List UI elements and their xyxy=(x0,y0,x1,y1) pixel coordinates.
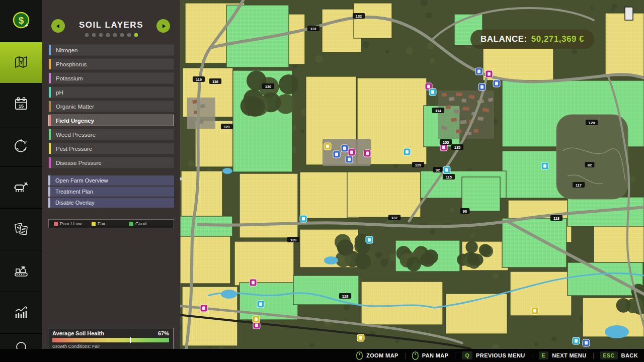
building xyxy=(454,110,460,113)
map-hotspot-icon[interactable] xyxy=(366,236,373,243)
field-number-label[interactable]: 117 xyxy=(573,182,585,188)
field-number-label[interactable]: 139 xyxy=(287,237,299,242)
map-hotspot-icon[interactable] xyxy=(443,166,450,173)
map-hotspot-icon[interactable] xyxy=(357,334,364,341)
action-label: Open Farm Overview xyxy=(55,177,108,184)
layer-color-bar xyxy=(49,45,51,55)
map-hotspot-icon[interactable] xyxy=(250,279,257,286)
map-hotspot-icon[interactable] xyxy=(348,149,355,156)
map-hotspot-icon[interactable] xyxy=(346,156,353,163)
map-field[interactable] xyxy=(239,173,298,238)
field-number-label[interactable]: 131 xyxy=(307,26,319,31)
map-hotspot-icon[interactable] xyxy=(486,70,493,77)
map-hotspot-icon[interactable] xyxy=(253,316,260,323)
field-number-label[interactable]: 82 xyxy=(585,162,595,167)
next-page-button[interactable] xyxy=(156,19,170,33)
map-hotspot-icon[interactable] xyxy=(324,143,331,150)
svg-text:130: 130 xyxy=(265,84,272,89)
map-hotspot-icon[interactable] xyxy=(333,151,340,158)
field-number-label[interactable]: 92 xyxy=(433,167,443,172)
mouse-zoom-icon xyxy=(356,351,363,360)
map-hotspot-icon[interactable] xyxy=(475,68,482,75)
layer-label: pH xyxy=(56,89,63,96)
map-hotspot-icon[interactable] xyxy=(429,88,436,96)
map-hotspot-icon[interactable] xyxy=(573,337,580,344)
sidebar-item-map[interactable] xyxy=(0,42,42,83)
sidebar-item-crop-rotation[interactable] xyxy=(0,125,42,167)
map-hotspot-icon[interactable] xyxy=(300,215,307,222)
soil-layer-row[interactable]: Pest Pressure xyxy=(48,143,174,154)
map-hotspot-icon[interactable] xyxy=(478,83,486,90)
map-field[interactable] xyxy=(180,235,230,284)
map-hotspot-icon[interactable] xyxy=(404,148,411,155)
map-canvas[interactable]: 1191161301311321211142551351299211512082… xyxy=(180,0,644,349)
map-hotspot-icon[interactable] xyxy=(493,80,500,87)
sidebar-item-calendar[interactable]: 15 xyxy=(0,83,42,125)
map-field[interactable] xyxy=(502,218,567,267)
field-number-label[interactable]: 116 xyxy=(209,78,221,84)
soil-layer-row[interactable]: Disease Pressure xyxy=(48,157,174,168)
field-number-label[interactable]: 128 xyxy=(339,293,351,299)
field-number-label[interactable]: 118 xyxy=(550,215,562,221)
action-button[interactable]: Treatment Plan xyxy=(48,187,174,197)
soil-layer-row[interactable]: pH xyxy=(48,86,174,98)
map-hotspot-icon[interactable] xyxy=(257,301,264,308)
map-field[interactable] xyxy=(234,241,294,286)
map-hotspot-icon[interactable] xyxy=(364,150,371,157)
building xyxy=(460,120,467,124)
map-field[interactable] xyxy=(293,276,359,305)
panel-collapse-arrow[interactable]: ▶ xyxy=(180,176,184,181)
action-button[interactable]: Disable Overlay xyxy=(48,198,174,208)
overview-map[interactable]: 1191161301311321211142551351299211512082… xyxy=(180,0,644,349)
building xyxy=(461,99,466,103)
soil-layer-row[interactable]: Potassium xyxy=(48,72,174,84)
map-field[interactable] xyxy=(483,48,553,80)
field-number-label[interactable]: 130 xyxy=(262,83,274,89)
tree xyxy=(611,8,615,12)
map-hotspot-icon[interactable] xyxy=(341,145,348,152)
field-number-label[interactable]: 119 xyxy=(193,76,205,82)
layer-label: Field Urgency xyxy=(56,118,94,124)
layer-label: Pest Pressure xyxy=(56,146,92,152)
field-number-label[interactable]: 115 xyxy=(443,174,455,179)
field-number-label[interactable]: 255 xyxy=(440,139,452,145)
field-number-label[interactable]: 120 xyxy=(586,120,598,125)
map-hotspot-icon[interactable] xyxy=(541,162,548,169)
legend: Poor / LowFairGood xyxy=(48,219,174,228)
sidebar-item-statistics[interactable] xyxy=(0,292,42,334)
field-number-label[interactable]: 90 xyxy=(460,208,470,214)
map-hotspot-icon[interactable] xyxy=(583,339,590,346)
map-hotspot-icon[interactable] xyxy=(531,307,538,314)
sidebar-item-contracts[interactable] xyxy=(0,209,42,250)
separator xyxy=(455,352,455,359)
soil-health-title: Average Soil Health xyxy=(52,330,104,336)
field-number-label[interactable]: 121 xyxy=(221,124,233,129)
soil-layer-row[interactable]: Field Urgency xyxy=(48,115,174,126)
sidebar-item-finances[interactable]: $ + xyxy=(0,0,42,42)
field-number-label[interactable]: 129 xyxy=(412,162,424,167)
soil-layer-row[interactable]: Organic Matter xyxy=(48,101,174,112)
action-button[interactable]: Open Farm Overview xyxy=(48,175,174,186)
key-hint-esc: ESC xyxy=(600,351,618,359)
soil-layer-row[interactable]: Nitrogen xyxy=(48,44,174,56)
soil-layer-row[interactable]: Phosphorus xyxy=(48,58,174,70)
village-pad xyxy=(438,90,494,139)
map-hotspot-icon[interactable] xyxy=(440,144,447,151)
sidebar-item-animals[interactable] xyxy=(0,167,42,209)
field-number-label[interactable]: 132 xyxy=(353,13,365,19)
map-field[interactable] xyxy=(462,177,500,211)
field-number-label[interactable]: 137 xyxy=(388,215,400,220)
sidebar-item-production[interactable] xyxy=(0,250,42,292)
map-field[interactable] xyxy=(361,282,443,325)
map-field[interactable] xyxy=(347,172,421,217)
sidebar-item-more[interactable] xyxy=(0,334,42,349)
map-field[interactable] xyxy=(354,3,392,38)
farmstead-pad xyxy=(187,98,215,129)
map-field[interactable] xyxy=(605,13,644,76)
balance-display: BALANCE: 50,271,369 € xyxy=(470,30,594,49)
field-number-label[interactable]: 135 xyxy=(451,144,463,150)
svg-text:117: 117 xyxy=(576,183,582,188)
map-hotspot-icon[interactable] xyxy=(200,305,207,312)
soil-layer-row[interactable]: Weed Pressure xyxy=(48,129,174,140)
field-number-label[interactable]: 114 xyxy=(432,108,444,113)
